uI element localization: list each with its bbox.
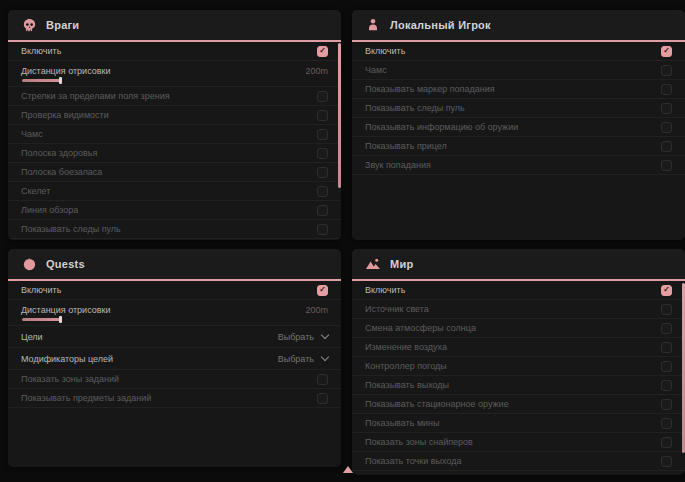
checkbox-unchecked[interactable] (317, 110, 328, 121)
setting-row[interactable]: Дистанция отрисовки200m (8, 61, 341, 87)
setting-row[interactable]: Полоска здоровья (8, 144, 341, 163)
setting-row[interactable]: Показывать следы пуль (8, 220, 341, 239)
setting-row[interactable]: Скелет (8, 182, 341, 201)
dropdown-value: Выбрать (278, 332, 314, 342)
checkbox-unchecked[interactable] (317, 224, 328, 235)
setting-row[interactable]: Дистанция отрисовки200m (8, 300, 341, 326)
setting-label: Стрелки за пределами поля зрения (21, 91, 170, 101)
checkbox-checked[interactable] (661, 46, 672, 57)
setting-row[interactable]: Показывать маркер попадания (352, 80, 685, 99)
slider-value: 200m (305, 305, 328, 315)
panel-enemies-header: Враги (8, 10, 341, 40)
setting-label: Включить (21, 285, 61, 295)
checkbox-unchecked[interactable] (661, 380, 672, 391)
checkbox-unchecked[interactable] (317, 129, 328, 140)
checkbox-checked[interactable] (317, 285, 328, 296)
setting-row[interactable]: Показывать следы пуль (352, 99, 685, 118)
panel-quests-header: Quests (8, 249, 341, 279)
setting-label: Полоска боезапаса (21, 167, 102, 177)
setting-row[interactable]: Чамс (8, 125, 341, 144)
checkbox-unchecked[interactable] (317, 205, 328, 216)
setting-row[interactable]: Показать зоны снайперов (352, 433, 685, 452)
panel-world: Мир ВключитьИсточник светаСмена атмосфер… (352, 249, 685, 475)
setting-label: Изменение воздуха (365, 342, 447, 352)
skull-icon (21, 17, 37, 33)
panel-enemies: Враги ВключитьДистанция отрисовки200mСтр… (8, 10, 341, 240)
quest-icon (21, 256, 37, 272)
setting-label: Дистанция отрисовки (21, 66, 111, 76)
checkbox-unchecked[interactable] (661, 304, 672, 315)
setting-label: Источник света (365, 304, 429, 314)
setting-label: Чамс (365, 65, 387, 75)
setting-row[interactable]: Показывать прицел (352, 137, 685, 156)
setting-row[interactable]: Чамс (352, 61, 685, 80)
setting-row[interactable]: Включить (8, 281, 341, 300)
checkbox-unchecked[interactable] (317, 148, 328, 159)
setting-label: Показывать следы пуль (365, 103, 465, 113)
checkbox-unchecked[interactable] (317, 393, 328, 404)
setting-label: Цели (21, 332, 43, 342)
setting-row[interactable]: Проверка видимости (8, 106, 341, 125)
setting-label: Чамс (21, 129, 43, 139)
setting-row[interactable]: Изменение воздуха (352, 338, 685, 357)
checkbox-unchecked[interactable] (661, 437, 672, 448)
setting-label: Показывать прицел (365, 141, 447, 151)
dropdown[interactable]: Выбрать (278, 354, 328, 364)
checkbox-unchecked[interactable] (661, 342, 672, 353)
setting-row[interactable]: Стрелки за пределами поля зрения (8, 87, 341, 106)
setting-label: Смена атмосферы солнца (365, 323, 476, 333)
checkbox-unchecked[interactable] (661, 84, 672, 95)
checkbox-checked[interactable] (317, 46, 328, 57)
setting-label: Показывать мины (365, 418, 440, 428)
setting-row[interactable]: Показать зоны заданий (8, 370, 341, 389)
setting-row[interactable]: Показывать выходы (352, 376, 685, 395)
checkbox-unchecked[interactable] (317, 91, 328, 102)
setting-label: Показывать следы пуль (21, 224, 121, 234)
chevron-down-icon (321, 353, 329, 361)
setting-row[interactable]: ЦелиВыбрать (8, 326, 341, 348)
checkbox-unchecked[interactable] (661, 323, 672, 334)
checkbox-unchecked[interactable] (317, 186, 328, 197)
checkbox-unchecked[interactable] (661, 399, 672, 410)
setting-row[interactable]: Включить (8, 42, 341, 61)
checkbox-unchecked[interactable] (661, 361, 672, 372)
checkbox-unchecked[interactable] (661, 122, 672, 133)
setting-row[interactable]: Показывать предметы заданий (8, 389, 341, 408)
setting-label: Линия обзора (21, 205, 78, 215)
setting-label: Модификаторы целей (21, 354, 113, 364)
checkbox-unchecked[interactable] (317, 374, 328, 385)
setting-row[interactable]: Полоска боезапаса (8, 163, 341, 182)
setting-row[interactable]: Смена атмосферы солнца (352, 319, 685, 338)
setting-label: Показать зоны заданий (21, 374, 119, 384)
panel-local-player-header: Локальный Игрок (352, 10, 685, 40)
scrollbar-thumb[interactable] (338, 43, 341, 188)
setting-row[interactable]: Показывать мины (352, 414, 685, 433)
setting-row[interactable]: Звук попадания (352, 156, 685, 175)
dropdown[interactable]: Выбрать (278, 332, 328, 342)
setting-row[interactable]: Включить (352, 281, 685, 300)
checkbox-checked[interactable] (661, 285, 672, 296)
player-icon (365, 17, 381, 33)
setting-label: Звук попадания (365, 160, 431, 170)
checkbox-unchecked[interactable] (661, 141, 672, 152)
setting-row[interactable]: Источник света (352, 300, 685, 319)
setting-row[interactable]: Включить (352, 42, 685, 61)
setting-row[interactable]: Показывать стационарное оружие (352, 395, 685, 414)
checkbox-unchecked[interactable] (661, 160, 672, 171)
slider[interactable] (22, 79, 60, 82)
slider[interactable] (22, 318, 60, 321)
checkbox-unchecked[interactable] (661, 65, 672, 76)
slider-handle[interactable] (59, 77, 62, 84)
setting-row[interactable]: Линия обзора (8, 201, 341, 220)
checkbox-unchecked[interactable] (317, 167, 328, 178)
dropdown-value: Выбрать (278, 354, 314, 364)
setting-row[interactable]: Контроллер погоды (352, 357, 685, 376)
checkbox-unchecked[interactable] (661, 418, 672, 429)
setting-label: Проверка видимости (21, 110, 109, 120)
setting-row[interactable]: Показывать информацию об оружии (352, 118, 685, 137)
slider-handle[interactable] (59, 316, 62, 323)
checkbox-unchecked[interactable] (661, 456, 672, 467)
setting-row[interactable]: Показать точки выхода (352, 452, 685, 471)
setting-row[interactable]: Модификаторы целейВыбрать (8, 348, 341, 370)
checkbox-unchecked[interactable] (661, 103, 672, 114)
